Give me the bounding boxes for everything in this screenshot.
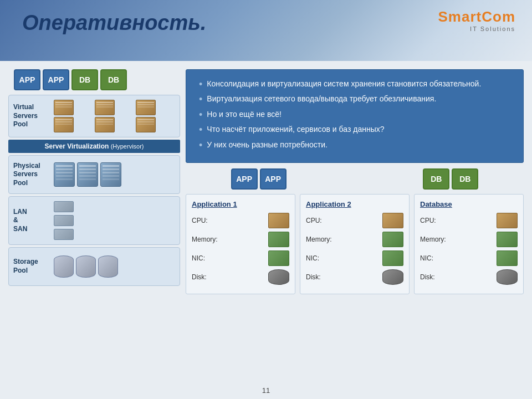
app2-cpu-icon	[382, 213, 403, 228]
app2-disk-label: Disk:	[306, 273, 321, 281]
app1-cpu-label: CPU:	[192, 217, 208, 224]
app2-memory-row: Memory:	[306, 232, 403, 247]
app1-memory-row: Memory:	[192, 232, 289, 247]
bullet-dot-3: •	[199, 109, 202, 121]
vserver-icon-6	[136, 117, 156, 132]
app1-memory-icon	[268, 232, 289, 247]
bullet-dot-2: •	[199, 93, 202, 106]
app-card-2: Application 2 CPU: Memory: NIC: Disk	[300, 194, 410, 294]
app1-disk-label: Disk:	[192, 273, 207, 281]
main-content: APP APP DB DB VirtualServersPool Server …	[0, 61, 532, 399]
bullet-dot-1: •	[199, 78, 202, 91]
bullet-text-3: Но и это ещё не всё!	[207, 109, 282, 121]
db-nic-row: NIC:	[420, 250, 518, 266]
app1-cpu-icon	[268, 213, 289, 228]
app-card-3: Database CPU: Memory: NIC: Disk:	[414, 194, 524, 294]
virtual-servers-pool-label: VirtualServersPool	[13, 103, 49, 129]
db-memory-label: Memory:	[420, 236, 446, 243]
lan-icons	[54, 201, 74, 240]
lan-icon-3	[54, 229, 74, 240]
physical-servers-pool-box: PhysicalServersPool	[8, 155, 180, 194]
db-disk-icon	[497, 269, 518, 285]
db-disk-row: Disk:	[420, 269, 518, 285]
vserver-icon-1	[54, 100, 74, 115]
app-cards-row: Application 1 CPU: Memory: NIC: Disk	[186, 194, 524, 294]
app1-nic-icon	[268, 250, 289, 266]
bottom-tags-row: APP APP DB DB	[186, 168, 524, 190]
db-cpu-label: CPU:	[420, 217, 436, 224]
db-cpu-row: CPU:	[420, 213, 518, 228]
app2-cpu-row: CPU:	[306, 213, 403, 228]
app2-disk-row: Disk:	[306, 269, 403, 285]
app1-disk-icon	[268, 269, 289, 285]
app-card-2-title: Application 2	[306, 200, 403, 208]
top-tags-row: APP APP DB DB	[8, 69, 180, 90]
bottom-db-tags: DB DB	[423, 168, 478, 190]
tag-app-2: APP	[43, 69, 69, 90]
bottom-apps-section: APP APP DB DB Application 1 CPU:	[186, 168, 524, 294]
storage-pool-box: StoragePool	[8, 247, 180, 286]
bullet-2: • Виртуализация сетевого ввода/вывода тр…	[196, 93, 513, 106]
bullet-text-2: Виртуализация сетевого ввода/вывода треб…	[207, 93, 436, 106]
bullet-text-1: Консолидация и виртуализация систем хран…	[207, 78, 481, 91]
lan-icon-2	[54, 215, 74, 226]
phys-server-3	[100, 162, 121, 187]
storage-drum-1	[54, 255, 74, 278]
bullet-box: • Консолидация и виртуализация систем хр…	[186, 69, 524, 163]
db-memory-row: Memory:	[420, 232, 518, 247]
app2-nic-row: NIC:	[306, 250, 403, 266]
app1-cpu-row: CPU:	[192, 213, 289, 228]
lan-san-box: LAN&SAN	[8, 196, 180, 245]
vserver-icon-2	[95, 100, 115, 115]
storage-drum-3	[98, 255, 118, 278]
page-title: Оперативность.	[22, 11, 206, 35]
app2-memory-label: Memory:	[306, 236, 332, 243]
app1-disk-row: Disk:	[192, 269, 289, 285]
bottom-app-tags: APP APP	[231, 168, 287, 190]
app2-disk-icon	[382, 269, 403, 285]
vserver-icon-4	[54, 117, 74, 132]
app-card-1-title: Application 1	[192, 200, 289, 208]
db-nic-icon	[497, 250, 518, 266]
physical-servers-pool-label: PhysicalServersPool	[13, 162, 49, 188]
storage-icons	[54, 255, 118, 278]
app-card-3-title: Database	[420, 200, 518, 208]
tag-db-1: DB	[71, 69, 98, 90]
bullet-3: • Но и это ещё не всё!	[196, 109, 513, 121]
left-panel: APP APP DB DB VirtualServersPool Server …	[8, 69, 180, 391]
server-virtualization-bar: Server Virtualization (Hypervisor)	[8, 140, 180, 153]
app-card-1: Application 1 CPU: Memory: NIC: Disk	[186, 194, 295, 294]
tag-db-2: DB	[100, 69, 127, 90]
vserver-icon-3	[136, 100, 156, 115]
page-number: 11	[262, 386, 270, 395]
app1-nic-row: NIC:	[192, 250, 289, 266]
header-banner: Оперативность. SmartCom IT Solutions	[0, 0, 532, 61]
bullet-dot-4: •	[199, 124, 202, 136]
app2-nic-icon	[382, 250, 403, 266]
spacer	[344, 168, 366, 190]
db-disk-label: Disk:	[420, 273, 435, 281]
bottom-tag-app-1: APP	[231, 168, 258, 190]
bullet-dot-5: •	[199, 139, 202, 152]
bullet-text-4: Что насчёт приложений, сервисов и баз да…	[207, 124, 384, 136]
bottom-tag-app-2: APP	[260, 168, 287, 190]
bullet-text-5: У них очень разные потребности.	[207, 139, 328, 152]
virtual-servers-pool-box: VirtualServersPool	[8, 95, 180, 137]
storage-drum-2	[76, 255, 96, 278]
phys-server-2	[77, 162, 98, 187]
db-nic-label: NIC:	[420, 254, 433, 262]
bottom-tag-db-1: DB	[423, 168, 449, 190]
app1-nic-label: NIC:	[192, 254, 205, 262]
vserver-icon-5	[95, 117, 115, 132]
bottom-tag-db-2: DB	[452, 168, 478, 190]
db-cpu-icon	[497, 213, 518, 228]
app2-nic-label: NIC:	[306, 254, 319, 262]
lan-san-label: LAN&SAN	[13, 208, 49, 234]
bullet-4: • Что насчёт приложений, сервисов и баз …	[196, 124, 513, 136]
phys-server-1	[54, 162, 75, 187]
logo-com: Com	[482, 8, 515, 25]
tag-app-1: APP	[14, 69, 40, 90]
storage-pool-label: StoragePool	[13, 258, 49, 275]
app2-memory-icon	[382, 232, 403, 247]
right-panel: • Консолидация и виртуализация систем хр…	[186, 69, 524, 391]
